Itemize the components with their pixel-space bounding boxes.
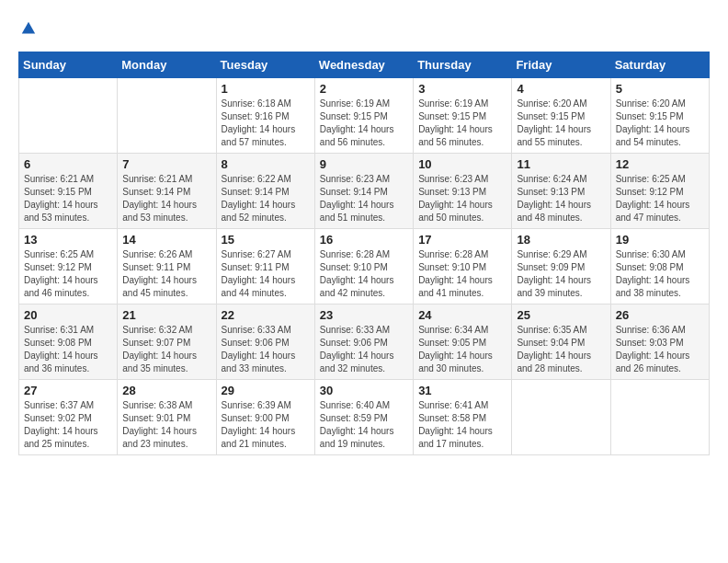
day-info: Sunrise: 6:24 AMSunset: 9:13 PMDaylight:… <box>517 173 605 224</box>
day-info: Sunrise: 6:33 AMSunset: 9:06 PMDaylight:… <box>222 324 310 375</box>
calendar-cell: 21Sunrise: 6:32 AMSunset: 9:07 PMDayligh… <box>118 304 216 380</box>
day-info: Sunrise: 6:23 AMSunset: 9:14 PMDaylight:… <box>320 173 408 224</box>
calendar-cell: 18Sunrise: 6:29 AMSunset: 9:09 PMDayligh… <box>512 229 610 304</box>
calendar-cell: 24Sunrise: 6:34 AMSunset: 9:05 PMDayligh… <box>414 304 512 380</box>
calendar-table: SundayMondayTuesdayWednesdayThursdayFrid… <box>18 52 710 455</box>
day-number: 1 <box>222 82 310 96</box>
weekday-friday: Friday <box>512 52 610 78</box>
calendar-cell <box>512 380 610 455</box>
day-info: Sunrise: 6:26 AMSunset: 9:11 PMDaylight:… <box>122 248 210 300</box>
calendar-cell: 6Sunrise: 6:21 AMSunset: 9:15 PMDaylight… <box>19 154 118 229</box>
day-number: 23 <box>320 308 408 322</box>
calendar-cell: 2Sunrise: 6:19 AMSunset: 9:15 PMDaylight… <box>314 78 413 154</box>
calendar-cell: 15Sunrise: 6:27 AMSunset: 9:11 PMDayligh… <box>216 229 314 304</box>
weekday-sunday: Sunday <box>19 52 118 78</box>
day-number: 29 <box>222 384 310 397</box>
day-number: 26 <box>616 308 704 322</box>
calendar-cell: 5Sunrise: 6:20 AMSunset: 9:15 PMDaylight… <box>610 78 709 154</box>
day-number: 27 <box>24 384 112 397</box>
page-header <box>18 18 710 42</box>
weekday-monday: Monday <box>118 52 216 78</box>
day-number: 24 <box>418 308 506 322</box>
day-number: 11 <box>517 157 605 171</box>
day-info: Sunrise: 6:34 AMSunset: 9:05 PMDaylight:… <box>418 324 506 375</box>
calendar-cell: 14Sunrise: 6:26 AMSunset: 9:11 PMDayligh… <box>118 229 216 304</box>
day-info: Sunrise: 6:40 AMSunset: 8:59 PMDaylight:… <box>320 399 408 451</box>
calendar-cell: 16Sunrise: 6:28 AMSunset: 9:10 PMDayligh… <box>314 229 413 304</box>
day-info: Sunrise: 6:30 AMSunset: 9:08 PMDaylight:… <box>616 248 704 300</box>
day-number: 13 <box>24 233 112 247</box>
calendar-cell: 23Sunrise: 6:33 AMSunset: 9:06 PMDayligh… <box>314 304 413 380</box>
calendar-cell <box>19 78 118 154</box>
day-info: Sunrise: 6:29 AMSunset: 9:09 PMDaylight:… <box>517 248 605 300</box>
weekday-tuesday: Tuesday <box>216 52 314 78</box>
day-info: Sunrise: 6:21 AMSunset: 9:15 PMDaylight:… <box>24 173 112 224</box>
day-number: 9 <box>320 157 408 171</box>
calendar-cell: 1Sunrise: 6:18 AMSunset: 9:16 PMDaylight… <box>216 78 314 154</box>
calendar-cell: 22Sunrise: 6:33 AMSunset: 9:06 PMDayligh… <box>216 304 314 380</box>
day-info: Sunrise: 6:41 AMSunset: 8:58 PMDaylight:… <box>418 399 506 451</box>
day-number: 28 <box>122 384 210 397</box>
day-number: 12 <box>616 157 704 171</box>
day-number: 25 <box>517 308 605 322</box>
day-number: 2 <box>320 82 408 96</box>
logo-icon <box>20 20 37 37</box>
day-number: 10 <box>418 157 506 171</box>
day-info: Sunrise: 6:23 AMSunset: 9:13 PMDaylight:… <box>418 173 506 224</box>
calendar-week-2: 6Sunrise: 6:21 AMSunset: 9:15 PMDaylight… <box>19 154 710 229</box>
day-info: Sunrise: 6:38 AMSunset: 9:01 PMDaylight:… <box>122 399 210 451</box>
weekday-header-row: SundayMondayTuesdayWednesdayThursdayFrid… <box>19 52 710 78</box>
day-number: 21 <box>122 308 210 322</box>
weekday-thursday: Thursday <box>414 52 512 78</box>
day-info: Sunrise: 6:32 AMSunset: 9:07 PMDaylight:… <box>122 324 210 375</box>
day-info: Sunrise: 6:39 AMSunset: 9:00 PMDaylight:… <box>222 399 310 451</box>
svg-marker-0 <box>22 22 35 34</box>
day-number: 14 <box>122 233 210 247</box>
day-number: 6 <box>24 157 112 171</box>
day-number: 19 <box>616 233 704 247</box>
day-info: Sunrise: 6:25 AMSunset: 9:12 PMDaylight:… <box>24 248 112 300</box>
calendar-cell: 27Sunrise: 6:37 AMSunset: 9:02 PMDayligh… <box>19 380 118 455</box>
logo <box>18 18 37 42</box>
day-info: Sunrise: 6:25 AMSunset: 9:12 PMDaylight:… <box>616 173 704 224</box>
calendar-cell: 28Sunrise: 6:38 AMSunset: 9:01 PMDayligh… <box>118 380 216 455</box>
calendar-week-4: 20Sunrise: 6:31 AMSunset: 9:08 PMDayligh… <box>19 304 710 380</box>
calendar-cell: 13Sunrise: 6:25 AMSunset: 9:12 PMDayligh… <box>19 229 118 304</box>
calendar-week-5: 27Sunrise: 6:37 AMSunset: 9:02 PMDayligh… <box>19 380 710 455</box>
day-info: Sunrise: 6:35 AMSunset: 9:04 PMDaylight:… <box>517 324 605 375</box>
day-info: Sunrise: 6:22 AMSunset: 9:14 PMDaylight:… <box>222 173 310 224</box>
day-info: Sunrise: 6:18 AMSunset: 9:16 PMDaylight:… <box>222 98 310 149</box>
calendar-cell: 19Sunrise: 6:30 AMSunset: 9:08 PMDayligh… <box>610 229 709 304</box>
calendar-cell: 31Sunrise: 6:41 AMSunset: 8:58 PMDayligh… <box>414 380 512 455</box>
day-number: 16 <box>320 233 408 247</box>
calendar-cell: 30Sunrise: 6:40 AMSunset: 8:59 PMDayligh… <box>314 380 413 455</box>
day-info: Sunrise: 6:36 AMSunset: 9:03 PMDaylight:… <box>616 324 704 375</box>
day-number: 7 <box>122 157 210 171</box>
day-info: Sunrise: 6:37 AMSunset: 9:02 PMDaylight:… <box>24 399 112 451</box>
calendar-cell <box>118 78 216 154</box>
calendar-week-1: 1Sunrise: 6:18 AMSunset: 9:16 PMDaylight… <box>19 78 710 154</box>
day-info: Sunrise: 6:21 AMSunset: 9:14 PMDaylight:… <box>122 173 210 224</box>
day-number: 18 <box>517 233 605 247</box>
day-info: Sunrise: 6:28 AMSunset: 9:10 PMDaylight:… <box>320 248 408 300</box>
calendar-cell: 12Sunrise: 6:25 AMSunset: 9:12 PMDayligh… <box>610 154 709 229</box>
day-number: 3 <box>418 82 506 96</box>
day-number: 30 <box>320 384 408 397</box>
calendar-cell: 26Sunrise: 6:36 AMSunset: 9:03 PMDayligh… <box>610 304 709 380</box>
day-info: Sunrise: 6:20 AMSunset: 9:15 PMDaylight:… <box>616 98 704 149</box>
calendar-cell: 20Sunrise: 6:31 AMSunset: 9:08 PMDayligh… <box>19 304 118 380</box>
calendar-cell <box>610 380 709 455</box>
calendar-cell: 4Sunrise: 6:20 AMSunset: 9:15 PMDaylight… <box>512 78 610 154</box>
day-info: Sunrise: 6:20 AMSunset: 9:15 PMDaylight:… <box>517 98 605 149</box>
day-number: 8 <box>222 157 310 171</box>
calendar-cell: 29Sunrise: 6:39 AMSunset: 9:00 PMDayligh… <box>216 380 314 455</box>
day-info: Sunrise: 6:19 AMSunset: 9:15 PMDaylight:… <box>320 98 408 149</box>
calendar-cell: 7Sunrise: 6:21 AMSunset: 9:14 PMDaylight… <box>118 154 216 229</box>
calendar-cell: 3Sunrise: 6:19 AMSunset: 9:15 PMDaylight… <box>414 78 512 154</box>
calendar-cell: 25Sunrise: 6:35 AMSunset: 9:04 PMDayligh… <box>512 304 610 380</box>
calendar-week-3: 13Sunrise: 6:25 AMSunset: 9:12 PMDayligh… <box>19 229 710 304</box>
day-number: 15 <box>222 233 310 247</box>
calendar-cell: 11Sunrise: 6:24 AMSunset: 9:13 PMDayligh… <box>512 154 610 229</box>
calendar-cell: 9Sunrise: 6:23 AMSunset: 9:14 PMDaylight… <box>314 154 413 229</box>
day-info: Sunrise: 6:33 AMSunset: 9:06 PMDaylight:… <box>320 324 408 375</box>
